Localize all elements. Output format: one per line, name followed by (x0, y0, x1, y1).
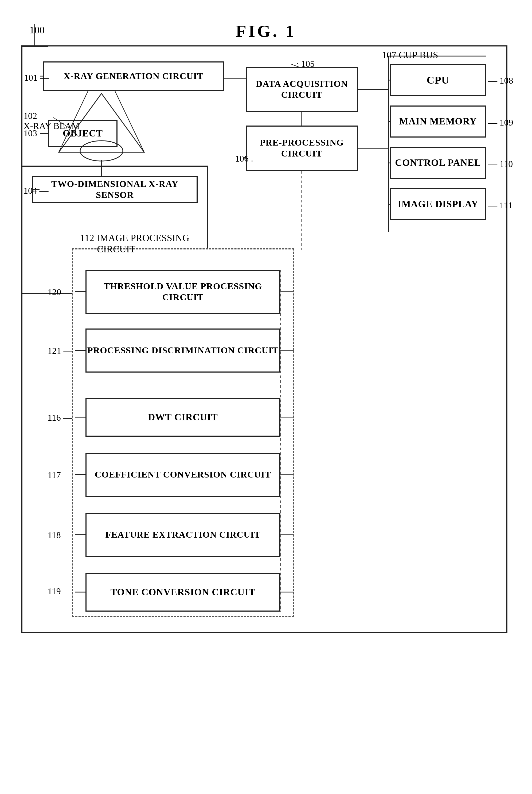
feature-ext-box: FEATURE EXTRACTION CIRCUIT (86, 513, 281, 557)
cpu-box: CPU (390, 64, 486, 96)
ref-118: 118 — (48, 530, 72, 540)
ref-108: — 108 (488, 76, 513, 86)
proc-disc-box: PROCESSING DISCRIMINATION CIRCUIT (86, 328, 281, 373)
control-panel-box: CONTROL PANEL (390, 147, 486, 179)
image-processing-label: 112 IMAGE PROCESSING CIRCUIT (80, 232, 189, 255)
main-memory-box: MAIN MEMORY (390, 106, 486, 137)
ref-116: 116 — (48, 413, 72, 423)
pre-processing-circuit-box: PRE-PROCESSING CIRCUIT (246, 126, 358, 171)
ref-119: 119 — (48, 586, 72, 597)
coeff-conv-box: COEFFICIENT CONVERSION CIRCUIT (86, 453, 281, 497)
xray-beam-label: 102X-RAY BEAM (23, 111, 80, 131)
ref-121: 121 — (48, 346, 73, 356)
xray-generation-circuit-box: X-RAY GENERATION CIRCUIT (43, 61, 224, 91)
ref-101: 101 — (24, 73, 49, 83)
ref-106: 106 . (235, 154, 253, 164)
ref-111: — 111 (488, 200, 513, 210)
data-acquisition-circuit-box: DATA ACQUISITION CIRCUIT (246, 67, 358, 112)
cpu-bus-label: 107 CUP BUS (382, 50, 438, 61)
image-display-box: IMAGE DISPLAY (390, 188, 486, 220)
figure-title: FIG. 1 (21, 21, 511, 41)
ref-100: 100 (30, 24, 44, 36)
dwt-box: DWT CIRCUIT (86, 398, 281, 437)
ref-120: 120 — (48, 287, 73, 297)
threshold-box: THRESHOLD VALUE PROCESSING CIRCUIT (86, 270, 281, 314)
ref-105: · 105 (297, 59, 315, 69)
ref-110: — 110 (488, 159, 513, 169)
ref-104: 104 — (23, 186, 49, 196)
sensor-box: TWO-DIMENSIONAL X-RAY SENSOR (32, 176, 197, 203)
ref-117: 117 — (48, 470, 72, 480)
ref-109: — 109 (488, 117, 513, 128)
tone-conv-box: TONE CONVERSION CIRCUIT (86, 573, 281, 611)
